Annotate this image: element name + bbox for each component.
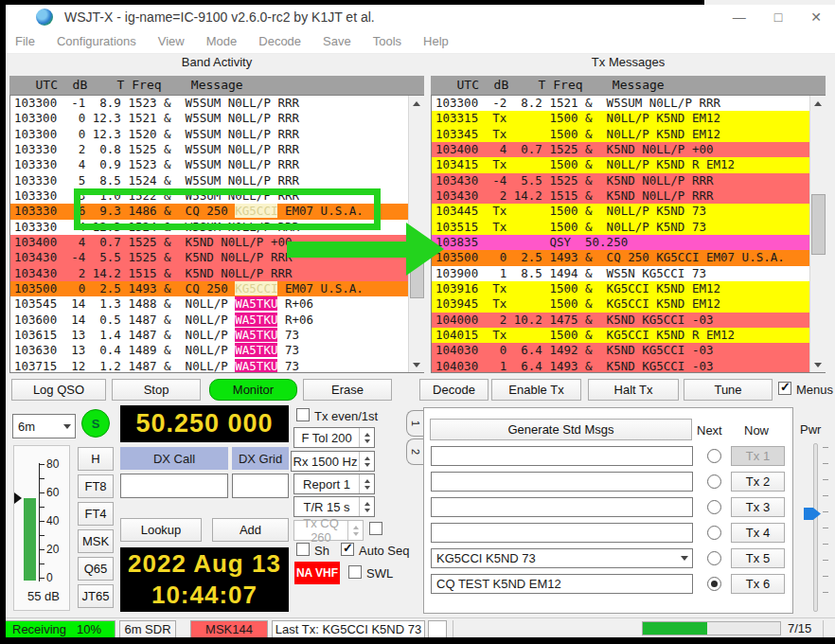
tx-cq-spinner[interactable]: Tx CQ 260 xyxy=(293,520,364,541)
stop-button[interactable]: Stop xyxy=(112,379,201,401)
decode-row[interactable]: 103330 3 1.0 1522 & W5SUM N0LL/P RRR xyxy=(10,188,423,204)
decode-row[interactable]: 103400 4 0.7 1525 & K5ND N0LL/P +00 xyxy=(432,142,825,157)
mode-button-h[interactable]: H xyxy=(78,447,114,471)
pwr-slider-track[interactable] xyxy=(813,443,818,612)
decode-row[interactable]: 103835 QSY 50.250 xyxy=(432,235,825,250)
decode-row[interactable]: 103430 -4 5.5 1525 & K5ND N0LL/P RRR xyxy=(10,250,423,265)
minimize-button[interactable]: — xyxy=(733,9,746,25)
menu-item-save[interactable]: Save xyxy=(323,34,351,48)
menu-item-help[interactable]: Help xyxy=(423,34,449,48)
erase-button[interactable]: Erase xyxy=(303,379,392,401)
pwr-slider-handle[interactable] xyxy=(804,508,821,520)
tab-1[interactable]: 1 xyxy=(406,410,424,437)
mode-button-msk[interactable]: MSK xyxy=(78,529,114,553)
decode-row[interactable]: 103600 14 0.5 1487 & N0LL/P WA5TKU R+06 xyxy=(10,313,423,328)
scroll-down-icon[interactable] xyxy=(810,357,826,372)
tx3-message-field[interactable] xyxy=(431,497,693,517)
decode-row[interactable]: 104030 0 6.4 1492 & K5ND KG5CCI -03 xyxy=(432,343,825,358)
report-spinner[interactable]: Report 1 xyxy=(293,474,375,494)
decode-row[interactable]: 103900 1 8.5 1494 & WS5N KG5CCI 73 xyxy=(432,266,825,281)
tx4-next-radio[interactable] xyxy=(707,526,721,540)
decode-row[interactable]: 103430 -4 5.5 1525 & K5ND N0LL/P RRR xyxy=(432,173,825,188)
decode-row[interactable]: 103300 0 12.3 1521 & W5SUM N0LL/P RRR xyxy=(10,111,423,126)
tx2-message-field[interactable] xyxy=(431,472,693,492)
tx-even-checkbox[interactable]: ✓ xyxy=(296,408,310,421)
decode-row[interactable]: 103300 -2 8.2 1521 & W5SUM N0LL/P RRR xyxy=(432,96,825,111)
decode-row[interactable]: 103945 Tx 1500 & KG5CCI K5ND EM12 xyxy=(432,296,825,312)
tx6-message-field[interactable]: CQ TEST K5ND EM12 xyxy=(431,574,693,594)
menu-item-view[interactable]: View xyxy=(158,34,185,48)
decode-row[interactable]: 103500 0 2.5 1493 & CQ 250 KG5CCI EM07 U… xyxy=(10,281,423,296)
menu-item-decode[interactable]: Decode xyxy=(258,34,301,48)
menu-item-file[interactable]: File xyxy=(15,34,35,48)
decode-row[interactable]: 103430 2 14.2 1515 & K5ND N0LL/P RRR xyxy=(10,266,423,281)
maximize-button[interactable]: □ xyxy=(774,9,782,25)
halt-tx-button[interactable]: Halt Tx xyxy=(588,379,679,401)
decode-row[interactable]: 103715 12 1.2 1487 & N0LL/P WA5TKU 73 xyxy=(10,359,423,373)
decode-row[interactable]: 103415 Tx 1500 & N0LL/P K5ND R EM12 xyxy=(432,157,825,172)
band-select[interactable]: 6m xyxy=(12,414,76,438)
tx6-now-button[interactable]: Tx 6 xyxy=(731,574,785,594)
lookup-button[interactable]: Lookup xyxy=(120,518,202,542)
spinner-arrows-icon[interactable] xyxy=(347,521,363,540)
scrollbar-thumb[interactable] xyxy=(811,194,826,255)
decode-row[interactable]: 103330 2 0.8 1525 & W5SUM N0LL/P RRR xyxy=(10,142,423,157)
tx5-now-button[interactable]: Tx 5 xyxy=(731,548,785,568)
tx-messages-scrollbar[interactable] xyxy=(809,96,826,372)
sh-checkbox[interactable]: ✓ xyxy=(296,543,310,556)
decode-row[interactable]: 103400 4 0.7 1525 & K5ND N0LL/P +00 xyxy=(10,235,423,250)
mode-button-ft4[interactable]: FT4 xyxy=(78,502,114,526)
tx-cq-checkbox[interactable]: ✓ xyxy=(369,522,382,535)
dx-grid-input[interactable] xyxy=(232,474,289,498)
decode-row[interactable]: 103430 2 14.2 1515 & K5ND N0LL/P RRR xyxy=(432,188,825,204)
monitor-button[interactable]: Monitor xyxy=(209,379,297,401)
tx5-next-radio[interactable] xyxy=(707,551,721,565)
scroll-up-icon[interactable] xyxy=(409,96,424,111)
spinner-arrows-icon[interactable] xyxy=(359,428,374,447)
mode-button-q65[interactable]: Q65 xyxy=(78,557,114,581)
decode-row[interactable]: 103330 6 9.3 1486 & CQ 250 KG5CCI EM07 U… xyxy=(10,204,423,219)
spinner-arrows-icon[interactable] xyxy=(359,452,374,471)
add-button[interactable]: Add xyxy=(212,518,289,542)
log-qso-button[interactable]: Log QSO xyxy=(11,379,106,401)
decode-row[interactable]: 103300 0 12.3 1520 & W5SUM N0LL/P RRR xyxy=(10,127,423,142)
tx3-next-radio[interactable] xyxy=(707,500,721,514)
scroll-down-icon[interactable] xyxy=(409,357,424,372)
decode-row[interactable]: 104030 1 6.4 1493 & K5ND KG5CCI -03 xyxy=(432,359,825,373)
swl-checkbox[interactable]: ✓ xyxy=(348,565,362,579)
tx2-next-radio[interactable] xyxy=(707,474,721,489)
tx5-message-field[interactable]: KG5CCI K5ND 73 xyxy=(431,548,693,568)
decode-row[interactable]: 104015 Tx 1500 & KG5CCI K5ND R EM12 xyxy=(432,328,825,343)
menu-item-mode[interactable]: Mode xyxy=(206,34,238,48)
scrollbar-thumb[interactable] xyxy=(410,238,424,298)
decode-row[interactable]: 103500 0 2.5 1493 & CQ 250 KG5CCI EM07 U… xyxy=(432,250,825,265)
tx1-message-field[interactable] xyxy=(431,446,693,466)
tr-period-spinner[interactable]: T/R 15 s xyxy=(293,496,375,517)
status-s-button[interactable]: S xyxy=(81,409,110,438)
decode-row[interactable]: 103300 -1 8.9 1523 & W5SUM N0LL/P RRR xyxy=(10,96,423,111)
tx2-now-button[interactable]: Tx 2 xyxy=(731,472,785,492)
tx1-now-button[interactable]: Tx 1 xyxy=(731,446,785,466)
tx3-now-button[interactable]: Tx 3 xyxy=(731,497,785,517)
decode-row[interactable]: 103916 Tx 1500 & KG5CCI K5ND EM12 xyxy=(432,281,825,296)
spinner-arrows-icon[interactable] xyxy=(359,497,374,516)
mode-button-ft8[interactable]: FT8 xyxy=(78,474,114,498)
decode-row[interactable]: 103330 4 12.3 1524 & W5SUM N0LL/P RRR xyxy=(10,220,423,235)
decode-row[interactable]: 104000 2 10.2 1475 & K5ND KG5CCI -03 xyxy=(432,313,825,328)
dx-call-input[interactable] xyxy=(120,474,228,498)
tx4-message-field[interactable] xyxy=(431,523,693,543)
decode-row[interactable]: 103515 Tx 1500 & N0LL/P K5ND 73 xyxy=(432,220,825,235)
rx-freq-spinner[interactable]: Rx 1500 Hz xyxy=(291,451,375,472)
scroll-up-icon[interactable] xyxy=(810,96,826,111)
decode-row[interactable]: 103315 Tx 1500 & N0LL/P K5ND EM12 xyxy=(432,111,825,126)
spinner-arrows-icon[interactable] xyxy=(359,474,374,493)
tab-2[interactable]: 2 xyxy=(406,438,424,465)
band-activity-scrollbar[interactable] xyxy=(408,96,424,372)
decode-row[interactable]: 103630 13 0.4 1489 & N0LL/P WA5TKU 73 xyxy=(10,343,423,358)
menu-item-tools[interactable]: Tools xyxy=(373,34,401,48)
decode-row[interactable]: 103445 Tx 1500 & N0LL/P K5ND 73 xyxy=(432,204,825,219)
decode-button[interactable]: Decode xyxy=(419,379,489,401)
enable-tx-button[interactable]: Enable Tx xyxy=(491,379,581,401)
close-button[interactable]: ✕ xyxy=(810,9,822,25)
auto-seq-checkbox[interactable]: ✓ xyxy=(341,543,354,556)
